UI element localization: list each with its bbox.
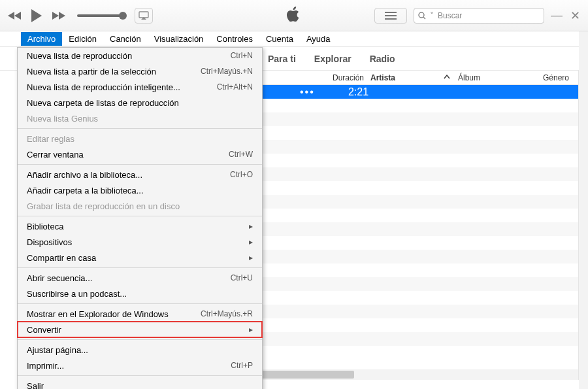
menu-item-abrir-secuencia[interactable]: Abrir secuencia...Ctrl+U	[18, 270, 262, 286]
menu-item-label: Imprimir...	[27, 361, 64, 371]
menu-item-label: Dispositivos	[27, 237, 72, 247]
player-controls	[8, 8, 153, 24]
close-icon[interactable]: ✕	[570, 8, 580, 23]
menu-item-añadir-carpeta-a-la-biblioteca[interactable]: Añadir carpeta a la biblioteca...	[18, 182, 262, 198]
menu-item-shortcut: Ctrl+O	[230, 170, 253, 179]
menu-item-label: Nueva lista a partir de la selección	[27, 67, 156, 76]
apple-logo-icon	[287, 6, 301, 25]
menu-item-shortcut: Ctrl+Alt+N	[217, 82, 253, 92]
window-controls: — ✕	[551, 8, 580, 23]
menu-item-shortcut: Ctrl+Mayús.+N	[201, 67, 253, 76]
search-icon	[418, 12, 426, 20]
menu-item-mostrar-en-el-explorador-de-windows[interactable]: Mostrar en el Explorador de WindowsCtrl+…	[18, 306, 262, 322]
sort-ascending-icon[interactable]	[444, 73, 450, 82]
menu-item-shortcut: Ctrl+U	[231, 273, 253, 282]
svg-rect-2	[385, 15, 397, 16]
menu-item-label: Abrir secuencia...	[27, 273, 92, 283]
menu-item-shortcut: Ctrl+N	[231, 51, 253, 60]
svg-rect-0	[139, 12, 148, 18]
menu-item-compartir-en-casa[interactable]: Compartir en casa▸	[18, 250, 262, 265]
menu-item-label: Ajustar página...	[27, 345, 88, 355]
menu-item-nueva-carpeta-de-listas-de-reproducción[interactable]: Nueva carpeta de listas de reproducción	[18, 95, 262, 110]
menu-item-imprimir[interactable]: Imprimir...Ctrl+P	[18, 358, 262, 373]
tab-para-ti[interactable]: Para ti	[268, 54, 296, 64]
menu-item-label: Grabar lista de reproducción en un disco	[27, 201, 180, 211]
menu-ayuda[interactable]: Ayuda	[300, 32, 337, 46]
menu-item-label: Añadir carpeta a la biblioteca...	[27, 186, 144, 195]
menu-edicion[interactable]: Edición	[62, 32, 103, 46]
menu-archivo[interactable]: Archivo	[21, 32, 62, 46]
menu-item-label: Suscribirse a un podcast...	[27, 289, 127, 299]
menu-controles[interactable]: Controles	[210, 32, 259, 46]
search-chevron-icon: ˅	[430, 11, 434, 20]
svg-line-5	[423, 17, 425, 19]
menu-item-suscribirse-a-un-podcast[interactable]: Suscribirse a un podcast...	[18, 286, 262, 301]
chevron-right-icon: ▸	[249, 253, 253, 262]
menu-item-label: Mostrar en el Explorador de Windows	[27, 309, 169, 319]
menu-item-shortcut: Ctrl+W	[229, 150, 253, 159]
menu-item-biblioteca[interactable]: Biblioteca▸	[18, 218, 262, 234]
search-input[interactable]: ˅ Buscar	[414, 8, 544, 24]
menu-item-ajustar-página[interactable]: Ajustar página...	[18, 342, 262, 358]
menu-item-grabar-lista-de-reproducción-en-un-disco: Grabar lista de reproducción en un disco	[18, 198, 262, 214]
menu-item-editar-reglas: Editar reglas	[18, 131, 262, 146]
chevron-right-icon: ▸	[249, 325, 253, 334]
next-icon[interactable]	[51, 10, 65, 21]
tab-explorar[interactable]: Explorar	[314, 54, 351, 64]
menu-item-label: Nueva carpeta de listas de reproducción	[27, 98, 179, 108]
svg-point-4	[419, 12, 424, 18]
menu-item-shortcut: Ctrl+P	[231, 361, 253, 370]
menu-item-nueva-lista-genius: Nueva lista Genius	[18, 110, 262, 126]
column-artista[interactable]: Artista	[370, 73, 395, 82]
menu-item-label: Nueva lista de reproducción inteligente.…	[27, 82, 180, 92]
menu-item-label: Editar reglas	[27, 134, 74, 144]
chevron-right-icon: ▸	[249, 222, 253, 231]
more-icon[interactable]: •••	[300, 86, 315, 98]
menu-item-nueva-lista-de-reproducción[interactable]: Nueva lista de reproducciónCtrl+N	[18, 48, 262, 63]
chevron-right-icon: ▸	[249, 237, 253, 246]
menu-item-convertir[interactable]: Convertir▸	[18, 322, 262, 337]
previous-icon[interactable]	[8, 10, 22, 21]
volume-slider[interactable]	[77, 14, 123, 17]
menu-item-label: Nueva lista Genius	[27, 114, 98, 124]
menu-bar: Archivo Edición Canción Visualización Co…	[0, 31, 588, 47]
svg-rect-3	[385, 18, 397, 20]
menu-item-label: Compartir en casa	[27, 253, 96, 263]
view-toggle-button[interactable]	[374, 8, 407, 24]
minimize-icon[interactable]: —	[551, 8, 563, 23]
menu-separator	[18, 128, 262, 129]
menu-item-shortcut: Ctrl+Mayús.+R	[201, 309, 253, 318]
play-icon[interactable]	[30, 8, 43, 23]
menu-separator	[18, 303, 262, 304]
menu-cancion[interactable]: Canción	[103, 32, 148, 46]
archivo-dropdown: Nueva lista de reproducciónCtrl+NNueva l…	[17, 47, 263, 389]
player-right: ˅ Buscar — ✕	[374, 8, 580, 24]
menu-separator	[18, 164, 262, 165]
vertical-scrollbar[interactable]	[579, 31, 588, 389]
menu-item-label: Añadir archivo a la biblioteca...	[27, 170, 142, 180]
track-duration: 2:21	[348, 86, 368, 98]
search-placeholder: Buscar	[438, 11, 540, 20]
svg-rect-1	[385, 12, 397, 13]
menu-item-nueva-lista-de-reproducción-inteligente[interactable]: Nueva lista de reproducción inteligente.…	[18, 79, 262, 95]
menu-item-salir[interactable]: Salir	[18, 378, 262, 389]
menu-item-cerrar-ventana[interactable]: Cerrar ventanaCtrl+W	[18, 146, 262, 162]
menu-item-dispositivos[interactable]: Dispositivos▸	[18, 234, 262, 250]
column-duracion[interactable]: Duración	[333, 73, 364, 82]
tab-radio[interactable]: Radio	[370, 54, 395, 64]
menu-separator	[18, 339, 262, 340]
player-bar: ˅ Buscar — ✕	[0, 0, 588, 31]
column-genero[interactable]: Género	[543, 73, 569, 82]
menu-item-label: Cerrar ventana	[27, 150, 84, 160]
menu-item-label: Convertir	[27, 325, 61, 335]
menu-visualizacion[interactable]: Visualización	[148, 32, 210, 46]
airplay-button[interactable]	[135, 8, 153, 24]
menu-item-label: Salir	[27, 381, 44, 390]
column-album[interactable]: Álbum	[458, 73, 480, 82]
menu-item-label: Biblioteca	[27, 222, 63, 231]
menu-cuenta[interactable]: Cuenta	[259, 32, 300, 46]
menu-item-añadir-archivo-a-la-biblioteca[interactable]: Añadir archivo a la biblioteca...Ctrl+O	[18, 167, 262, 182]
menu-separator	[18, 267, 262, 268]
menu-separator	[18, 216, 262, 216]
menu-item-nueva-lista-a-partir-de-la-selección[interactable]: Nueva lista a partir de la selecciónCtrl…	[18, 63, 262, 79]
